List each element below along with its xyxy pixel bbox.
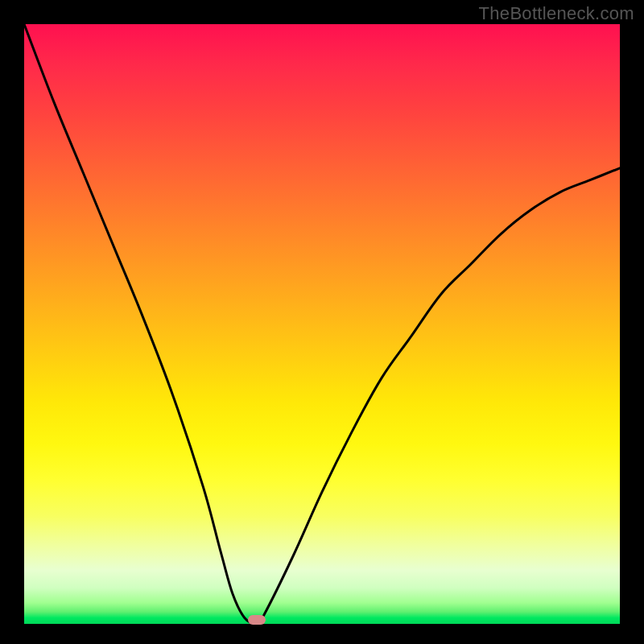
watermark-text: TheBottleneck.com (479, 3, 634, 24)
optimal-marker (248, 615, 266, 625)
chart-container: TheBottleneck.com (0, 0, 644, 644)
plot-area (24, 24, 620, 624)
bottleneck-curve (24, 24, 620, 624)
